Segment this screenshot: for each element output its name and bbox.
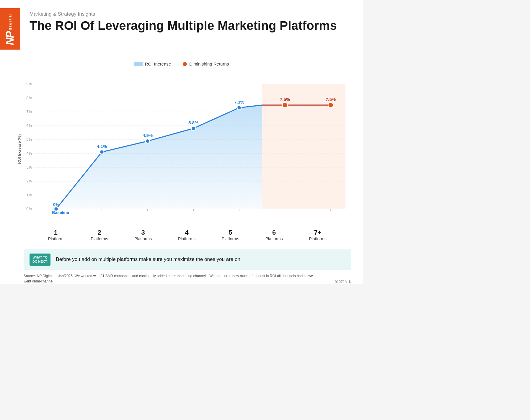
label-7: 7.5% <box>326 97 336 102</box>
x-label-6: 6 Platforms <box>252 229 296 241</box>
header-text: Marketing & Strategy Insights The ROI Of… <box>30 8 337 50</box>
roi-area-fill <box>56 105 262 209</box>
dot-5 <box>237 106 241 110</box>
x-label-2: 2 Platforms <box>78 229 121 241</box>
logo-bar: digital NP <box>0 8 20 50</box>
dot-7 <box>328 102 333 108</box>
label-6: 7.5% <box>280 97 290 102</box>
legend: ROI Increase Diminishing Returns <box>15 61 348 66</box>
y-axis-label: ROI Increase (%) <box>17 134 22 164</box>
x-label-3: 3 Platforms <box>121 229 165 241</box>
diminishing-bg <box>262 84 345 209</box>
svg-text:8%: 8% <box>26 96 32 100</box>
logo-np-text: NP <box>4 32 16 45</box>
legend-roi-swatch <box>134 62 143 66</box>
svg-text:6%: 6% <box>26 123 32 128</box>
legend-diminishing-swatch <box>183 62 187 66</box>
legend-roi-label: ROI Increase <box>145 61 171 66</box>
svg-text:4%: 4% <box>26 151 32 156</box>
svg-text:2%: 2% <box>26 179 32 183</box>
cta-section: WHAT TO DO NEXT: Before you add on multi… <box>24 249 351 270</box>
source-text: Source: NP Digital — Jan/2025. We worked… <box>24 273 319 284</box>
x-label-7: 7+ Platforms <box>296 229 340 241</box>
label-5: 7.3% <box>234 99 244 104</box>
dot-3 <box>146 139 150 143</box>
legend-diminishing-label: Diminishing Returns <box>189 61 229 66</box>
chart-section: ROI Increase Diminishing Returns <box>0 55 363 244</box>
svg-text:3%: 3% <box>26 165 32 169</box>
dot-2 <box>100 150 104 154</box>
svg-text:7%: 7% <box>26 110 32 114</box>
label-2: 4.1% <box>97 144 107 149</box>
label-3: 4.9% <box>143 133 153 138</box>
legend-diminishing: Diminishing Returns <box>183 61 229 66</box>
logo-digital-text: digital <box>8 13 12 30</box>
x-labels: 1 Platform 2 Platforms 3 Platforms 4 Pla… <box>34 229 340 241</box>
x-label-4: 4 Platforms <box>165 229 209 241</box>
x-label-1: 1 Platform <box>34 229 78 241</box>
source-section: Source: NP Digital — Jan/2025. We worked… <box>24 273 351 284</box>
dot-6 <box>282 102 288 108</box>
chart-svg: ROI Increase (%) 9% 8% 7% 6% 5% <box>15 72 348 226</box>
dot-4 <box>191 126 195 130</box>
cta-badge: WHAT TO DO NEXT: <box>30 254 50 266</box>
header: digital NP Marketing & Strategy Insights… <box>0 0 363 55</box>
cta-text: Before you add on multiple platforms mak… <box>56 256 242 262</box>
label-1: 0% <box>53 202 59 207</box>
main-title: The ROI Of Leveraging Multiple Marketing… <box>30 19 337 32</box>
chart-container: ROI Increase (%) 9% 8% 7% 6% 5% <box>15 72 348 226</box>
svg-text:5%: 5% <box>26 137 32 142</box>
legend-roi: ROI Increase <box>134 61 171 66</box>
baseline-label: Baseline <box>52 210 69 215</box>
label-4: 5.8% <box>188 120 198 125</box>
svg-text:9%: 9% <box>26 82 32 86</box>
svg-text:0%: 0% <box>26 207 32 211</box>
main-card: digital NP Marketing & Strategy Insights… <box>0 0 363 284</box>
x-label-5: 5 Platforms <box>208 229 252 241</box>
subtitle: Marketing & Strategy Insights <box>30 11 337 17</box>
svg-text:1%: 1% <box>26 193 32 197</box>
source-code: 01071A_K <box>335 280 351 284</box>
